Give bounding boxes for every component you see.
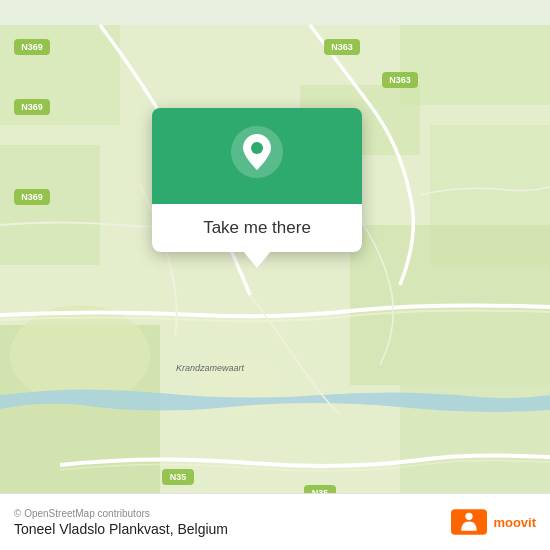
popup-card: Take me there (152, 108, 362, 252)
location-pin-icon (231, 126, 283, 178)
map-background: N369 N369 N369 N363 N363 N35 N35 Krandza… (0, 0, 550, 550)
svg-text:N35: N35 (170, 472, 187, 482)
svg-text:Krandzamewaart: Krandzamewaart (176, 363, 245, 373)
svg-point-29 (466, 513, 473, 520)
svg-text:N363: N363 (389, 75, 411, 85)
moovit-icon (451, 504, 487, 540)
map-container: N369 N369 N369 N363 N363 N35 N35 Krandza… (0, 0, 550, 550)
svg-rect-2 (400, 25, 550, 105)
copyright-text: © OpenStreetMap contributors (14, 508, 228, 519)
svg-rect-4 (0, 145, 100, 265)
moovit-logo: moovit (451, 504, 536, 540)
svg-text:N369: N369 (21, 192, 43, 202)
svg-text:N369: N369 (21, 102, 43, 112)
svg-text:N369: N369 (21, 42, 43, 52)
bottom-bar: © OpenStreetMap contributors Toneel Vlad… (0, 493, 550, 550)
bottom-left: © OpenStreetMap contributors Toneel Vlad… (14, 508, 228, 537)
take-me-there-button[interactable]: Take me there (152, 204, 362, 252)
popup-tail (243, 251, 271, 268)
svg-point-27 (251, 142, 263, 154)
svg-text:N363: N363 (331, 42, 353, 52)
location-name: Toneel Vladslo Plankvast, Belgium (14, 521, 228, 537)
moovit-text: moovit (493, 515, 536, 530)
